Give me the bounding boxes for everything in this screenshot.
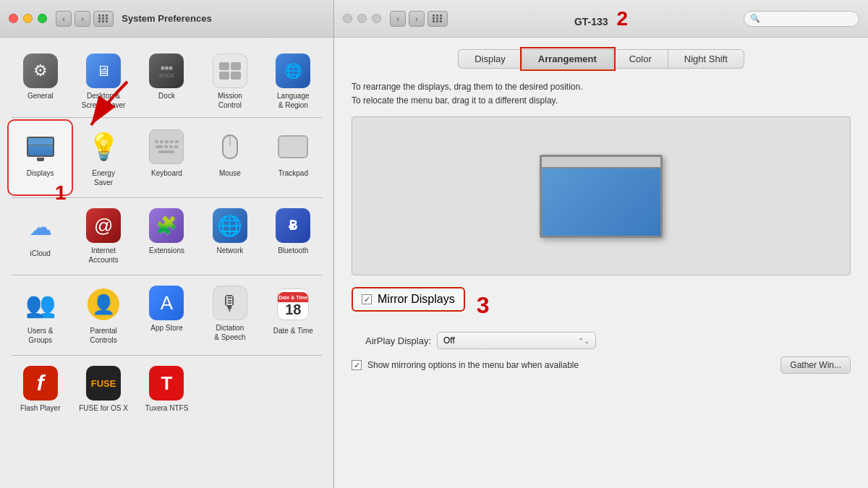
show-mirroring-label: Show mirroring options in the menu bar w… bbox=[367, 360, 579, 370]
date-label: Date & Time bbox=[273, 326, 313, 335]
pref-item-energy[interactable]: 💡 EnergySaver bbox=[72, 121, 135, 194]
grid-icon bbox=[98, 14, 109, 22]
pref-item-language[interactable]: 🌐 Language& Region bbox=[262, 46, 325, 117]
mirror-displays-checkbox[interactable]: ✓ bbox=[362, 294, 372, 304]
mirror-displays-label: Mirror Displays bbox=[378, 293, 455, 306]
other-section: f Flash Player FUSE FUSE for OS X T Tuxe… bbox=[4, 356, 329, 423]
users-icon: 👥 bbox=[22, 286, 59, 323]
pref-item-trackpad[interactable]: Trackpad bbox=[262, 121, 325, 194]
tuxera-icon: T bbox=[149, 366, 184, 401]
tab-color[interactable]: Color bbox=[613, 49, 668, 69]
right-grid-button[interactable] bbox=[427, 11, 448, 27]
displays-label: Displays bbox=[27, 168, 54, 178]
show-all-button[interactable] bbox=[93, 11, 114, 27]
extensions-label: Extensions bbox=[149, 246, 184, 255]
pref-item-users[interactable]: 👥 Users &Groups bbox=[9, 278, 72, 352]
right-content: Display Arrangement Color Night Shift To… bbox=[334, 38, 868, 488]
display-arrangement-area bbox=[352, 116, 851, 275]
parental-icon: 👤 bbox=[85, 286, 122, 323]
desktop-label: Desktop &Screen Saver bbox=[82, 91, 126, 110]
energy-label: EnergySaver bbox=[92, 168, 115, 187]
tab-nightshift[interactable]: Night Shift bbox=[668, 49, 744, 69]
step3-badge: 3 bbox=[477, 294, 490, 317]
tab-arrangement[interactable]: Arrangement bbox=[522, 49, 613, 69]
bottom-section: AirPlay Display: Off ⌃⌄ ✓ Show mirroring… bbox=[352, 332, 851, 387]
network-icon: 🌐 bbox=[213, 208, 247, 243]
right-titlebar: ‹ › GT-133 2 🔍 bbox=[334, 0, 868, 38]
users-label: Users &Groups bbox=[27, 326, 54, 345]
pref-item-extensions[interactable]: 🧩 Extensions bbox=[135, 201, 198, 272]
mouse-label: Mouse bbox=[219, 168, 241, 178]
pref-item-tuxera[interactable]: T Tuxera NTFS bbox=[135, 359, 198, 420]
traffic-lights bbox=[9, 14, 47, 23]
mirror-displays-row: ✓ Mirror Displays 3 bbox=[352, 287, 851, 323]
display-block[interactable] bbox=[540, 155, 663, 238]
internet-label: InternetAccounts bbox=[89, 246, 119, 265]
language-icon: 🌐 bbox=[276, 53, 310, 88]
language-label: Language& Region bbox=[277, 91, 310, 110]
pref-item-appstore[interactable]: A App Store bbox=[135, 278, 198, 352]
general-label: General bbox=[27, 91, 54, 100]
trackpad-icon bbox=[274, 128, 312, 166]
pref-item-flash[interactable]: f Flash Player bbox=[9, 359, 72, 420]
pref-item-fuse[interactable]: FUSE FUSE for OS X bbox=[72, 359, 135, 420]
internet-icon: @ bbox=[86, 208, 121, 243]
pref-item-date[interactable]: Date & Time 18 Date & Time bbox=[262, 278, 325, 352]
tab-bar: Display Arrangement Color Night Shift bbox=[352, 49, 851, 69]
fuse-icon: FUSE bbox=[86, 366, 121, 401]
pref-item-mouse[interactable]: Mouse bbox=[198, 121, 261, 194]
pref-item-general[interactable]: ⚙ General bbox=[9, 46, 72, 117]
airplay-select[interactable]: Off ⌃⌄ bbox=[437, 332, 596, 349]
search-box[interactable]: 🔍 bbox=[744, 11, 859, 27]
mission-icon bbox=[213, 53, 247, 88]
minimize-button[interactable] bbox=[23, 14, 33, 23]
maximize-button[interactable] bbox=[38, 14, 47, 23]
back-button[interactable]: ‹ bbox=[56, 11, 72, 27]
appstore-label: App Store bbox=[150, 323, 182, 333]
pref-item-dock[interactable]: ■■■ DOCK Dock bbox=[135, 46, 198, 117]
hardware-section: Displays 💡 EnergySaver bbox=[4, 118, 329, 197]
right-back-button[interactable]: ‹ bbox=[390, 11, 406, 27]
icloud-icon: ☁ bbox=[22, 208, 59, 246]
displays-icon bbox=[22, 128, 59, 166]
energy-icon: 💡 bbox=[85, 128, 122, 166]
mission-label: MissionControl bbox=[218, 91, 242, 110]
right-forward-button[interactable]: › bbox=[409, 11, 425, 27]
right-grid-icon bbox=[433, 14, 443, 22]
tab-display[interactable]: Display bbox=[458, 49, 522, 69]
left-titlebar: ‹ › System Preferences bbox=[0, 0, 333, 38]
show-mirroring-checkbox[interactable]: ✓ bbox=[352, 360, 362, 370]
airplay-label: AirPlay Display: bbox=[352, 335, 431, 346]
keyboard-label: Keyboard bbox=[151, 168, 182, 178]
desktop-icon: 🖥 bbox=[86, 53, 121, 88]
pref-item-mission[interactable]: MissionControl bbox=[198, 46, 261, 117]
pref-item-displays[interactable]: Displays bbox=[9, 121, 72, 194]
pref-item-parental[interactable]: 👤 ParentalControls bbox=[72, 278, 135, 352]
flash-label: Flash Player bbox=[20, 403, 61, 413]
dictation-icon: 🎙 bbox=[213, 286, 247, 320]
left-panel: ‹ › System Preferences ⚙ General 🖥 Deskt… bbox=[0, 0, 334, 488]
date-icon: Date & Time 18 bbox=[274, 286, 312, 323]
tuxera-label: Tuxera NTFS bbox=[145, 403, 189, 413]
internet-section: ☁ iCloud @ InternetAccounts 🧩 Extensions… bbox=[4, 198, 329, 275]
right-traffic-lights bbox=[343, 14, 381, 23]
pref-item-bluetooth[interactable]: Ƀ Bluetooth bbox=[262, 201, 325, 272]
pref-item-icloud[interactable]: ☁ iCloud bbox=[9, 201, 72, 272]
right-panel: ‹ › GT-133 2 🔍 Display Arrangement Color… bbox=[334, 0, 868, 488]
bluetooth-icon: Ƀ bbox=[276, 208, 310, 243]
system-section: 👥 Users &Groups 👤 ParentalControls A App… bbox=[4, 275, 329, 355]
step2-badge: 2 bbox=[617, 7, 629, 30]
pref-item-desktop[interactable]: 🖥 Desktop &Screen Saver bbox=[72, 46, 135, 117]
pref-item-internet-accounts[interactable]: @ InternetAccounts bbox=[72, 201, 135, 272]
forward-button[interactable]: › bbox=[75, 11, 90, 27]
pref-item-keyboard[interactable]: Keyboard bbox=[135, 121, 198, 194]
flash-icon: f bbox=[23, 366, 58, 401]
window-device-title: GT-133 2 bbox=[574, 7, 628, 30]
gather-windows-button[interactable]: Gather Win... bbox=[780, 356, 851, 374]
network-label: Network bbox=[217, 246, 244, 255]
parental-label: ParentalControls bbox=[90, 326, 116, 345]
extensions-icon: 🧩 bbox=[149, 208, 184, 243]
pref-item-network[interactable]: 🌐 Network bbox=[198, 201, 261, 272]
close-button[interactable] bbox=[9, 14, 18, 23]
pref-item-dictation[interactable]: 🎙 Dictation& Speech bbox=[198, 278, 261, 352]
